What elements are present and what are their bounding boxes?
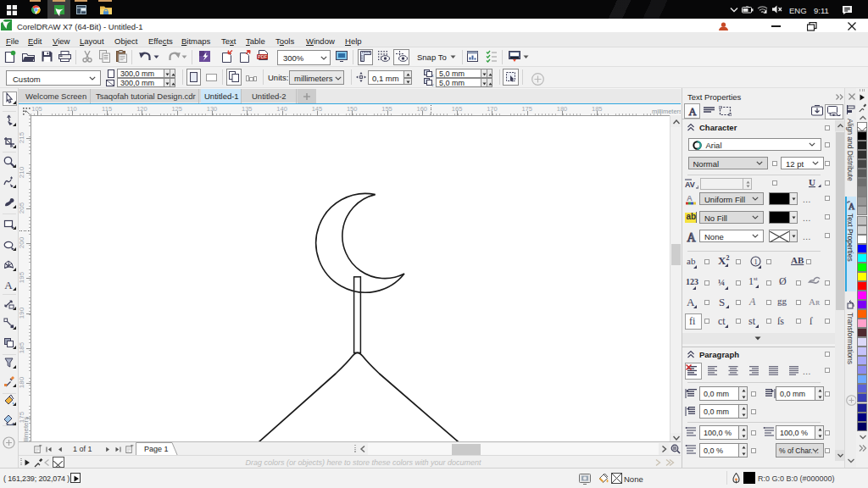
svg-text:y: y bbox=[431, 82, 434, 87]
svg-text:x: x bbox=[431, 73, 434, 77]
svg-text:AV: AV bbox=[685, 180, 695, 189]
svg-text:A: A bbox=[849, 202, 855, 211]
svg-text:PDF: PDF bbox=[258, 54, 268, 59]
svg-text:A: A bbox=[688, 106, 696, 117]
svg-text:A: A bbox=[687, 231, 696, 244]
svg-text:A: A bbox=[4, 279, 13, 291]
svg-text:U: U bbox=[809, 177, 815, 187]
svg-text:A: A bbox=[687, 193, 693, 202]
svg-text:1: 1 bbox=[754, 258, 757, 266]
